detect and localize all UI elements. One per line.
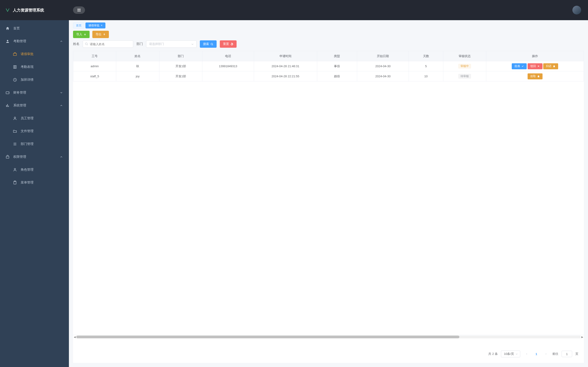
return-button[interactable]: 归还: [543, 63, 558, 69]
sidebar-item-overtime[interactable]: 加班详情: [0, 73, 69, 86]
name-input[interactable]: [83, 40, 133, 48]
cell-dept: 开发1部: [159, 61, 202, 71]
text: 2: [492, 352, 494, 356]
cell-apply_time: 2024-04-28 22:21:55: [254, 71, 317, 81]
goto-input[interactable]: [562, 351, 572, 357]
topbar: 人力资源管理系统: [0, 0, 588, 20]
button-label: 拾取: [530, 74, 536, 78]
sidebar-item-leave-approval[interactable]: 请假审批: [0, 48, 69, 60]
button-label: 导出: [95, 32, 102, 36]
reject-button[interactable]: 驳回: [527, 63, 543, 69]
avatar[interactable]: [572, 6, 581, 15]
dept-select[interactable]: 请选择部门: [146, 40, 197, 48]
sidebar-item-file[interactable]: 文件管理: [0, 125, 69, 138]
scroll-thumb[interactable]: [76, 336, 459, 338]
sidebar-item-staff[interactable]: 员工管理: [0, 112, 69, 125]
svg-rect-2: [78, 10, 79, 12]
cell-days: 5: [409, 61, 443, 71]
claim-button[interactable]: 拾取: [527, 73, 543, 79]
app-title: 人力资源管理系统: [13, 8, 44, 13]
chart-icon: [6, 103, 10, 108]
tab-leave-approval[interactable]: 请假审批 ×: [86, 23, 105, 28]
chevron-right-icon: [545, 352, 547, 355]
goto-label: 前往: [552, 352, 558, 356]
folder-icon: [13, 129, 17, 133]
scroll-right-icon[interactable]: ▶: [581, 335, 584, 339]
col-dept: 部门: [159, 51, 202, 61]
cell-apply_time: 2024-04-28 21:46:31: [254, 61, 317, 71]
search-icon: [85, 42, 88, 46]
nav-label: 文件管理: [21, 129, 63, 133]
home-icon: [6, 26, 10, 31]
tab-label: 首页: [76, 24, 82, 27]
sidebar-group-finance[interactable]: 财务管理: [0, 86, 69, 99]
sidebar-item-role[interactable]: 角色管理: [0, 163, 69, 176]
svg-rect-9: [7, 104, 8, 107]
nav-label: 财务管理: [13, 91, 56, 95]
col-status: 审核状态: [443, 51, 486, 61]
briefcase-icon: [13, 52, 17, 56]
button-label: 导入: [76, 32, 82, 36]
nav-label: 考勤表现: [21, 65, 63, 69]
chevron-left-icon: [525, 352, 528, 355]
collapse-toggle[interactable]: [73, 6, 85, 14]
page-number[interactable]: 1: [533, 351, 540, 357]
col-phone: 电话: [202, 51, 254, 61]
button-label: 归还: [546, 64, 552, 68]
nav-label: 员工管理: [21, 116, 63, 120]
name-label: 姓名: [73, 42, 79, 46]
import-button[interactable]: 导入: [73, 31, 90, 38]
cell-name: 秋: [116, 61, 159, 71]
reset-button[interactable]: 重置: [220, 40, 237, 48]
button-label: 驳回: [530, 64, 536, 68]
pagination: 共 2 条 10条/页 1 前往 页: [73, 339, 584, 363]
grid-icon: [77, 8, 81, 12]
cell-start: 2024-04-30: [357, 71, 409, 81]
filter-bar: 姓名 部门 请选择部门 搜索 重置: [69, 40, 588, 51]
text: 共: [488, 352, 491, 356]
cell-id: admin: [73, 61, 116, 71]
dept-label: 部门: [137, 42, 143, 46]
tab-bar: 首页 请假审批 ×: [69, 20, 588, 30]
name-input-wrap: [83, 40, 133, 48]
svg-rect-5: [13, 53, 17, 56]
scroll-left-icon[interactable]: ◀: [73, 335, 76, 339]
cell-status: 审核中: [443, 61, 486, 71]
svg-point-17: [211, 43, 213, 45]
sidebar-item-attendance-record[interactable]: 考勤表现: [0, 60, 69, 73]
sidebar-item-dept[interactable]: 部门管理: [0, 138, 69, 150]
close-icon[interactable]: ×: [101, 24, 103, 27]
goto-suffix: 页: [575, 352, 578, 356]
book-icon: [13, 65, 17, 69]
sidebar: 首页 考勤管理 请假审批 考勤表现 加班详情 财务管理: [0, 0, 69, 367]
horizontal-scrollbar[interactable]: ◀ ▶: [73, 335, 584, 339]
search-button[interactable]: 搜索: [200, 40, 216, 48]
cell-status: 待审核: [443, 71, 486, 81]
page-size-select[interactable]: 10条/页: [501, 350, 520, 357]
approve-button[interactable]: 批准: [512, 63, 527, 69]
sidebar-item-menu[interactable]: 菜单管理: [0, 176, 69, 189]
clipboard-icon: [13, 181, 17, 185]
sidebar-item-home[interactable]: 首页: [0, 22, 69, 35]
upload-icon: [103, 33, 106, 36]
col-type: 类型: [317, 51, 357, 61]
svg-point-13: [14, 168, 16, 170]
table-scroller[interactable]: 工号 姓名 部门 电话 申请时间 类型 开始日期 天数 审核状态 操作 admi: [73, 51, 584, 81]
cell-type: 婚假: [317, 71, 357, 81]
col-start: 开始日期: [357, 51, 409, 61]
sidebar-group-attendance[interactable]: 考勤管理: [0, 35, 69, 48]
sidebar-group-permission[interactable]: 权限管理: [0, 150, 69, 163]
button-label: 批准: [515, 64, 520, 68]
nav-label: 角色管理: [21, 168, 63, 172]
cell-id: staff_5: [73, 71, 116, 81]
tab-home[interactable]: 首页: [73, 23, 85, 28]
sidebar-group-system[interactable]: 系统管理: [0, 99, 69, 112]
cell-phone: [202, 71, 254, 81]
prev-page-button[interactable]: [523, 351, 530, 357]
next-page-button[interactable]: [543, 351, 549, 357]
export-button[interactable]: 导出: [92, 31, 109, 38]
logo: 人力资源管理系统: [0, 0, 69, 20]
col-name: 姓名: [116, 51, 159, 61]
total-text: 共 2 条: [488, 352, 498, 356]
nav-label: 考勤管理: [13, 39, 56, 43]
